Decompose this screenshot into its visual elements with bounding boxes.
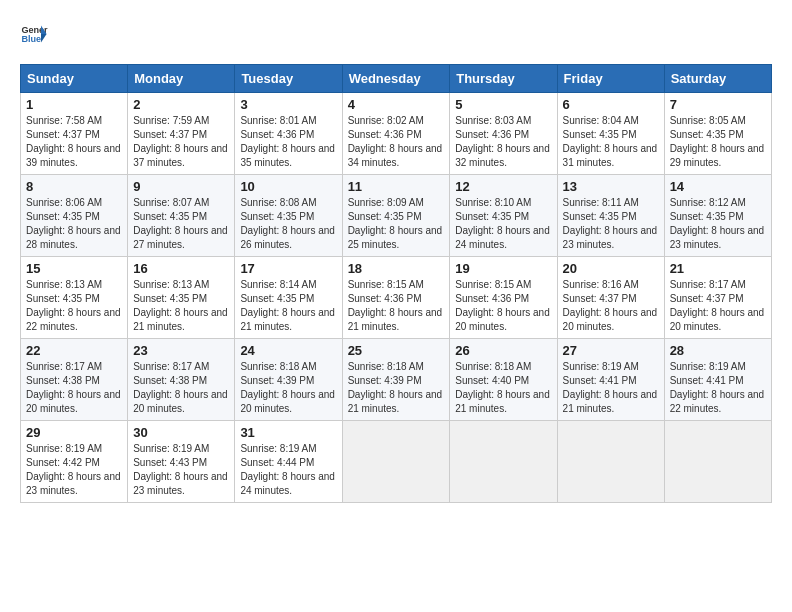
day-number: 23 (133, 343, 229, 358)
day-info: Sunrise: 8:13 AMSunset: 4:35 PMDaylight:… (133, 278, 229, 334)
day-info: Sunrise: 8:18 AMSunset: 4:39 PMDaylight:… (348, 360, 445, 416)
week-row-5: 29Sunrise: 8:19 AMSunset: 4:42 PMDayligh… (21, 421, 772, 503)
svg-marker-3 (41, 34, 47, 42)
day-cell: 19Sunrise: 8:15 AMSunset: 4:36 PMDayligh… (450, 257, 557, 339)
day-info: Sunrise: 8:17 AMSunset: 4:38 PMDaylight:… (26, 360, 122, 416)
day-cell: 25Sunrise: 8:18 AMSunset: 4:39 PMDayligh… (342, 339, 450, 421)
day-number: 10 (240, 179, 336, 194)
header-wednesday: Wednesday (342, 65, 450, 93)
day-cell: 29Sunrise: 8:19 AMSunset: 4:42 PMDayligh… (21, 421, 128, 503)
header-monday: Monday (128, 65, 235, 93)
calendar-header-row: SundayMondayTuesdayWednesdayThursdayFrid… (21, 65, 772, 93)
day-cell: 8Sunrise: 8:06 AMSunset: 4:35 PMDaylight… (21, 175, 128, 257)
day-cell: 30Sunrise: 8:19 AMSunset: 4:43 PMDayligh… (128, 421, 235, 503)
day-number: 9 (133, 179, 229, 194)
day-cell: 23Sunrise: 8:17 AMSunset: 4:38 PMDayligh… (128, 339, 235, 421)
week-row-2: 8Sunrise: 8:06 AMSunset: 4:35 PMDaylight… (21, 175, 772, 257)
day-cell: 20Sunrise: 8:16 AMSunset: 4:37 PMDayligh… (557, 257, 664, 339)
day-cell (450, 421, 557, 503)
day-number: 16 (133, 261, 229, 276)
day-cell: 6Sunrise: 8:04 AMSunset: 4:35 PMDaylight… (557, 93, 664, 175)
day-number: 30 (133, 425, 229, 440)
day-info: Sunrise: 8:18 AMSunset: 4:40 PMDaylight:… (455, 360, 551, 416)
day-number: 21 (670, 261, 766, 276)
week-row-3: 15Sunrise: 8:13 AMSunset: 4:35 PMDayligh… (21, 257, 772, 339)
day-cell: 3Sunrise: 8:01 AMSunset: 4:36 PMDaylight… (235, 93, 342, 175)
day-info: Sunrise: 7:58 AMSunset: 4:37 PMDaylight:… (26, 114, 122, 170)
day-info: Sunrise: 8:19 AMSunset: 4:44 PMDaylight:… (240, 442, 336, 498)
day-number: 18 (348, 261, 445, 276)
header-sunday: Sunday (21, 65, 128, 93)
day-info: Sunrise: 8:17 AMSunset: 4:38 PMDaylight:… (133, 360, 229, 416)
day-cell (664, 421, 771, 503)
day-cell: 12Sunrise: 8:10 AMSunset: 4:35 PMDayligh… (450, 175, 557, 257)
logo: General Blue (20, 20, 52, 48)
day-info: Sunrise: 8:12 AMSunset: 4:35 PMDaylight:… (670, 196, 766, 252)
day-number: 14 (670, 179, 766, 194)
day-number: 20 (563, 261, 659, 276)
day-number: 25 (348, 343, 445, 358)
day-number: 28 (670, 343, 766, 358)
day-cell: 31Sunrise: 8:19 AMSunset: 4:44 PMDayligh… (235, 421, 342, 503)
day-info: Sunrise: 8:13 AMSunset: 4:35 PMDaylight:… (26, 278, 122, 334)
svg-text:Blue: Blue (21, 34, 41, 44)
day-cell: 15Sunrise: 8:13 AMSunset: 4:35 PMDayligh… (21, 257, 128, 339)
day-number: 15 (26, 261, 122, 276)
day-info: Sunrise: 8:03 AMSunset: 4:36 PMDaylight:… (455, 114, 551, 170)
day-info: Sunrise: 8:16 AMSunset: 4:37 PMDaylight:… (563, 278, 659, 334)
day-number: 3 (240, 97, 336, 112)
header-tuesday: Tuesday (235, 65, 342, 93)
day-info: Sunrise: 8:07 AMSunset: 4:35 PMDaylight:… (133, 196, 229, 252)
day-number: 13 (563, 179, 659, 194)
day-number: 27 (563, 343, 659, 358)
calendar-table: SundayMondayTuesdayWednesdayThursdayFrid… (20, 64, 772, 503)
day-cell: 14Sunrise: 8:12 AMSunset: 4:35 PMDayligh… (664, 175, 771, 257)
week-row-4: 22Sunrise: 8:17 AMSunset: 4:38 PMDayligh… (21, 339, 772, 421)
day-cell: 21Sunrise: 8:17 AMSunset: 4:37 PMDayligh… (664, 257, 771, 339)
day-number: 31 (240, 425, 336, 440)
page-header: General Blue (20, 20, 772, 48)
day-info: Sunrise: 8:04 AMSunset: 4:35 PMDaylight:… (563, 114, 659, 170)
day-info: Sunrise: 8:15 AMSunset: 4:36 PMDaylight:… (348, 278, 445, 334)
day-info: Sunrise: 7:59 AMSunset: 4:37 PMDaylight:… (133, 114, 229, 170)
day-cell: 16Sunrise: 8:13 AMSunset: 4:35 PMDayligh… (128, 257, 235, 339)
day-number: 11 (348, 179, 445, 194)
day-cell: 11Sunrise: 8:09 AMSunset: 4:35 PMDayligh… (342, 175, 450, 257)
day-info: Sunrise: 8:11 AMSunset: 4:35 PMDaylight:… (563, 196, 659, 252)
day-cell (557, 421, 664, 503)
day-info: Sunrise: 8:19 AMSunset: 4:43 PMDaylight:… (133, 442, 229, 498)
day-info: Sunrise: 8:08 AMSunset: 4:35 PMDaylight:… (240, 196, 336, 252)
day-cell: 5Sunrise: 8:03 AMSunset: 4:36 PMDaylight… (450, 93, 557, 175)
day-cell: 1Sunrise: 7:58 AMSunset: 4:37 PMDaylight… (21, 93, 128, 175)
day-info: Sunrise: 8:02 AMSunset: 4:36 PMDaylight:… (348, 114, 445, 170)
header-thursday: Thursday (450, 65, 557, 93)
day-number: 6 (563, 97, 659, 112)
day-number: 2 (133, 97, 229, 112)
day-cell: 4Sunrise: 8:02 AMSunset: 4:36 PMDaylight… (342, 93, 450, 175)
day-number: 1 (26, 97, 122, 112)
day-number: 22 (26, 343, 122, 358)
day-info: Sunrise: 8:18 AMSunset: 4:39 PMDaylight:… (240, 360, 336, 416)
day-cell: 7Sunrise: 8:05 AMSunset: 4:35 PMDaylight… (664, 93, 771, 175)
day-cell (342, 421, 450, 503)
day-info: Sunrise: 8:14 AMSunset: 4:35 PMDaylight:… (240, 278, 336, 334)
day-cell: 9Sunrise: 8:07 AMSunset: 4:35 PMDaylight… (128, 175, 235, 257)
week-row-1: 1Sunrise: 7:58 AMSunset: 4:37 PMDaylight… (21, 93, 772, 175)
day-number: 19 (455, 261, 551, 276)
day-number: 4 (348, 97, 445, 112)
day-number: 8 (26, 179, 122, 194)
day-cell: 2Sunrise: 7:59 AMSunset: 4:37 PMDaylight… (128, 93, 235, 175)
day-cell: 27Sunrise: 8:19 AMSunset: 4:41 PMDayligh… (557, 339, 664, 421)
day-info: Sunrise: 8:19 AMSunset: 4:42 PMDaylight:… (26, 442, 122, 498)
header-friday: Friday (557, 65, 664, 93)
day-number: 24 (240, 343, 336, 358)
day-info: Sunrise: 8:19 AMSunset: 4:41 PMDaylight:… (563, 360, 659, 416)
logo-icon: General Blue (20, 20, 48, 48)
day-info: Sunrise: 8:01 AMSunset: 4:36 PMDaylight:… (240, 114, 336, 170)
day-info: Sunrise: 8:10 AMSunset: 4:35 PMDaylight:… (455, 196, 551, 252)
header-saturday: Saturday (664, 65, 771, 93)
day-number: 17 (240, 261, 336, 276)
day-cell: 10Sunrise: 8:08 AMSunset: 4:35 PMDayligh… (235, 175, 342, 257)
day-cell: 17Sunrise: 8:14 AMSunset: 4:35 PMDayligh… (235, 257, 342, 339)
day-number: 5 (455, 97, 551, 112)
